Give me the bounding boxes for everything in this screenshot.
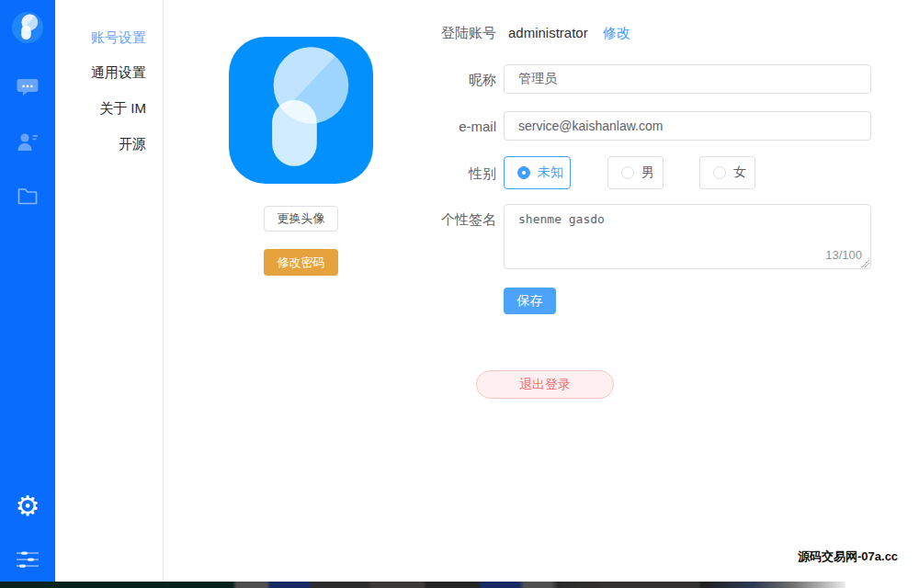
settings-page: ⚙ 账号设置 通用设置 关于 IM 开源 更换头像 修改密码 登陆账号 [0,0,919,588]
gender-radio-male[interactable]: 男 [607,156,664,189]
menu-item-account-settings[interactable]: 账号设置 [91,29,146,47]
email-input[interactable] [504,111,871,141]
app-logo-icon[interactable] [12,12,43,43]
save-button[interactable]: 保存 [504,288,556,314]
menu-item-about-im[interactable]: 关于 IM [99,100,146,118]
modify-account-link[interactable]: 修改 [603,25,630,42]
change-password-button[interactable]: 修改密码 [264,249,338,276]
settings-menu: 账号设置 通用设置 关于 IM 开源 [55,0,164,582]
gender-option-label: 未知 [538,164,563,181]
settings-gear-icon[interactable]: ⚙ [12,491,43,522]
chat-icon[interactable] [16,75,40,99]
gender-label: 性别 [404,165,496,183]
sliders-icon[interactable] [14,549,41,570]
gender-radio-female[interactable]: 女 [699,156,755,189]
signature-textarea[interactable]: shenme gasdo [504,204,871,269]
nickname-input[interactable] [504,64,871,94]
signature-label: 个性签名 [404,211,496,229]
menu-item-general-settings[interactable]: 通用设置 [91,64,146,82]
email-label: e-mail [404,119,496,134]
gender-option-label: 男 [641,164,654,181]
avatar[interactable] [229,37,373,184]
change-avatar-button[interactable]: 更换头像 [264,206,338,232]
nickname-label: 昵称 [404,72,496,89]
resize-grip-icon[interactable] [861,259,869,267]
radio-selected-icon [517,166,530,179]
background-window-strip [0,582,845,588]
radio-unselected-icon [621,166,634,179]
contacts-icon[interactable] [16,130,40,154]
signature-field-wrap: shenme gasdo 13/100 [504,204,871,269]
logout-button[interactable]: 退出登录 [476,370,614,399]
login-account-label: 登陆账号 [404,25,496,42]
app-rail: ⚙ [0,0,55,582]
signature-char-counter: 13/100 [822,248,862,262]
watermark-text: 源码交易网-07a.cc [798,548,898,565]
radio-unselected-icon [713,166,726,179]
menu-item-open-source[interactable]: 开源 [119,136,146,153]
gender-radio-unknown[interactable]: 未知 [504,156,571,189]
login-account-value: administrator [508,25,588,40]
gender-option-label: 女 [733,164,746,181]
folder-icon[interactable] [16,184,40,208]
